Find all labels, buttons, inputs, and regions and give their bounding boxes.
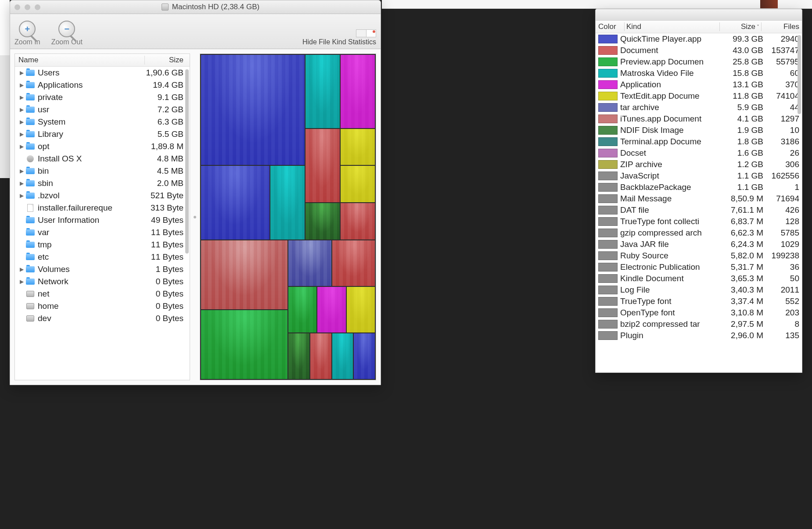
stats-row[interactable]: Application13.1 GB370 bbox=[596, 79, 802, 90]
disclosure-icon[interactable]: ▶ bbox=[18, 193, 25, 199]
stats-row[interactable]: TrueType font3,37.4 M552 bbox=[596, 296, 802, 307]
column-size[interactable]: Size bbox=[147, 56, 186, 64]
stats-row[interactable]: ZIP archive1.2 GB306 bbox=[596, 159, 802, 170]
kind-label: iTunes.app Document bbox=[620, 114, 726, 124]
statistics-titlebar[interactable] bbox=[596, 9, 802, 21]
stats-row[interactable]: QuickTime Player.app99.3 GB2940 bbox=[596, 33, 802, 45]
kind-files: 8 bbox=[763, 319, 799, 329]
stats-row[interactable]: Matroska Video File15.8 GB60 bbox=[596, 68, 802, 79]
kind-size: 1.2 GB bbox=[726, 160, 763, 169]
file-row[interactable]: ▶usr7.2 GB bbox=[15, 104, 190, 116]
stats-row[interactable]: Log File3,40.3 M2011 bbox=[596, 284, 802, 296]
kind-size: 5,82.0 M bbox=[726, 251, 763, 261]
file-row[interactable]: Install OS X4.8 MB bbox=[15, 153, 190, 165]
stats-row[interactable]: OpenType font3,10.8 M203 bbox=[596, 307, 802, 318]
statistics-header[interactable]: Color Kind Size˅ Files bbox=[596, 21, 802, 33]
kind-files: 135 bbox=[763, 331, 799, 340]
file-row[interactable]: var11 Bytes bbox=[15, 226, 190, 239]
file-row[interactable]: ▶sbin2.0 MB bbox=[15, 177, 190, 189]
disclosure-icon[interactable]: ▶ bbox=[18, 279, 25, 285]
scrollbar[interactable] bbox=[185, 69, 189, 254]
titlebar[interactable]: Macintosh HD (2,38.4 GB) bbox=[10, 0, 381, 14]
disclosure-icon[interactable]: ▶ bbox=[18, 119, 25, 125]
stats-row[interactable]: DAT file7,61.1 M426 bbox=[596, 204, 802, 216]
file-row[interactable]: ▶System6.3 GB bbox=[15, 116, 190, 128]
disclosure-icon[interactable]: ▶ bbox=[18, 266, 25, 272]
minimize-icon[interactable] bbox=[25, 4, 30, 10]
stats-row[interactable]: Ruby Source5,82.0 M199238 bbox=[596, 250, 802, 261]
hide-statistics-button[interactable]: Hide File Kind Statistics bbox=[302, 29, 376, 46]
file-row[interactable]: User Information49 Bytes bbox=[15, 214, 190, 226]
zoom-in-button[interactable]: + Zoom In bbox=[14, 21, 40, 46]
stats-row[interactable]: Preview.app Documen25.8 GB55795 bbox=[596, 56, 802, 68]
scrollbar[interactable] bbox=[798, 35, 801, 114]
treemap-panel[interactable] bbox=[200, 54, 376, 380]
statistics-list[interactable]: QuickTime Player.app99.3 GB2940Document4… bbox=[596, 33, 802, 372]
stats-row[interactable]: Terminal.app Docume1.8 GB3186 bbox=[596, 136, 802, 147]
kind-files: 2011 bbox=[763, 285, 799, 295]
file-row[interactable]: ▶Network0 Bytes bbox=[15, 275, 190, 288]
column-files[interactable]: Files bbox=[763, 22, 799, 31]
file-name: Users bbox=[38, 68, 140, 78]
folder-icon bbox=[25, 216, 35, 224]
stats-row[interactable]: BackblazePackage1.1 GB1 bbox=[596, 182, 802, 193]
kind-files: 153747 bbox=[763, 46, 799, 55]
column-name[interactable]: Name bbox=[18, 56, 143, 64]
disclosure-icon[interactable]: ▶ bbox=[18, 131, 25, 137]
disk-icon bbox=[25, 302, 35, 310]
kind-size: 1.9 GB bbox=[726, 125, 763, 135]
file-row[interactable]: etc11 Bytes bbox=[15, 251, 190, 263]
disclosure-icon[interactable]: ▶ bbox=[18, 82, 25, 88]
file-row[interactable]: net0 Bytes bbox=[15, 288, 190, 300]
stats-row[interactable]: TrueType font collecti6,83.7 M128 bbox=[596, 216, 802, 227]
stats-row[interactable]: tar archive5.9 GB44 bbox=[596, 102, 802, 113]
disclosure-icon[interactable]: ▶ bbox=[18, 168, 25, 174]
zoom-icon[interactable] bbox=[35, 4, 40, 10]
disclosure-icon[interactable]: ▶ bbox=[18, 143, 25, 150]
file-row[interactable]: ▶opt1,89.8 M bbox=[15, 140, 190, 153]
disclosure-icon[interactable]: ▶ bbox=[18, 107, 25, 113]
stats-row[interactable]: NDIF Disk Image1.9 GB10 bbox=[596, 125, 802, 136]
stats-row[interactable]: Java JAR file6,24.3 M1029 bbox=[596, 239, 802, 250]
column-kind[interactable]: Kind bbox=[626, 22, 718, 31]
file-size: 0 Bytes bbox=[140, 289, 186, 299]
file-size: 0 Bytes bbox=[140, 314, 186, 323]
stats-row[interactable]: Kindle Document3,65.3 M50 bbox=[596, 273, 802, 284]
disclosure-icon[interactable]: ▶ bbox=[18, 70, 25, 76]
stats-row[interactable]: gzip compressed arch6,62.3 M5785 bbox=[596, 227, 802, 239]
split-handle[interactable] bbox=[194, 54, 196, 380]
file-row[interactable]: home0 Bytes bbox=[15, 300, 190, 312]
zoom-out-button[interactable]: − Zoom Out bbox=[51, 21, 83, 46]
file-tree-list[interactable]: ▶Users1,90.6 GB▶Applications19.4 GB▶priv… bbox=[15, 67, 190, 380]
file-row[interactable]: ▶.bzvol521 Byte bbox=[15, 189, 190, 202]
disclosure-icon[interactable]: ▶ bbox=[18, 94, 25, 100]
file-row[interactable]: ▶Library5.5 GB bbox=[15, 128, 190, 140]
column-color[interactable]: Color bbox=[598, 22, 622, 31]
disk-icon bbox=[25, 315, 35, 322]
file-row[interactable]: dev0 Bytes bbox=[15, 312, 190, 325]
stats-row[interactable]: Document43.0 GB153747 bbox=[596, 45, 802, 56]
close-icon[interactable] bbox=[14, 4, 20, 10]
file-row[interactable]: ▶Volumes1 Bytes bbox=[15, 263, 190, 275]
stats-row[interactable]: Docset1.6 GB26 bbox=[596, 147, 802, 159]
stats-row[interactable]: Plugin2,96.0 M135 bbox=[596, 330, 802, 341]
stats-row[interactable]: TextEdit.app Docume11.8 GB74104 bbox=[596, 90, 802, 102]
stats-row[interactable]: iTunes.app Document4.1 GB1297 bbox=[596, 113, 802, 125]
file-row[interactable]: ▶Applications19.4 GB bbox=[15, 79, 190, 91]
disclosure-icon[interactable]: ▶ bbox=[18, 180, 25, 186]
kind-label: Docset bbox=[620, 148, 726, 158]
file-size: 11 Bytes bbox=[140, 252, 186, 262]
file-row[interactable]: installer.failurereque313 Byte bbox=[15, 202, 190, 214]
file-row[interactable]: ▶bin4.5 MB bbox=[15, 165, 190, 177]
stats-row[interactable]: Mail Message8,50.9 M71694 bbox=[596, 193, 802, 204]
stats-row[interactable]: bzip2 compressed tar2,97.5 M8 bbox=[596, 318, 802, 330]
window-toggle-icon bbox=[356, 29, 376, 37]
column-size[interactable]: Size˅ bbox=[722, 22, 759, 31]
stats-row[interactable]: JavaScript1.1 GB162556 bbox=[596, 170, 802, 182]
file-name: User Information bbox=[38, 215, 140, 225]
file-tree-header[interactable]: Name Size bbox=[15, 54, 190, 67]
file-row[interactable]: ▶private9.1 GB bbox=[15, 91, 190, 104]
file-row[interactable]: tmp11 Bytes bbox=[15, 239, 190, 251]
file-row[interactable]: ▶Users1,90.6 GB bbox=[15, 67, 190, 79]
stats-row[interactable]: Electronic Publication5,31.7 M36 bbox=[596, 261, 802, 273]
